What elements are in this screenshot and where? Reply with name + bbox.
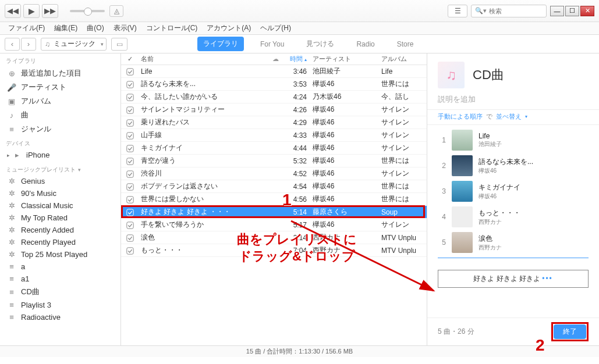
row-check-icon[interactable] [121,92,139,101]
tab-browse[interactable]: 見つける [300,37,340,51]
table-row[interactable]: Life3:46池田綾子Life [121,65,427,78]
svg-rect-2 [126,94,133,100]
table-row[interactable]: 語るなら未来を...3:53欅坂46世界には [121,78,427,91]
sidebar-item[interactable]: ✲Recently Played [0,236,120,248]
play-button[interactable]: ▶ [23,4,40,18]
table-row[interactable]: 乗り遅れたバス4:29欅坂46サイレン [121,116,427,129]
prev-button[interactable]: ◀◀ [5,4,21,18]
row-check-icon[interactable] [121,105,139,113]
drop-target[interactable]: 好きよ 好きよ 好きよ ••• [438,270,589,288]
col-time[interactable]: 時間 ▴ [283,55,313,63]
svg-rect-13 [126,234,133,241]
row-check-icon[interactable] [121,67,139,75]
col-check[interactable]: ✓ [121,55,139,63]
col-album[interactable]: アルバム [381,55,427,63]
playlist-sort[interactable]: 手動による順序 で 並べ替え ▾ [427,109,599,125]
sidebar-item[interactable]: ≡a1 [0,273,120,285]
playlist-row[interactable]: 2語るなら未来を...欅坂46 [427,153,599,179]
table-row[interactable]: ボブディランは返さない4:54欅坂46世界には [121,180,427,193]
more-icon[interactable]: ••• [542,274,553,283]
forward-button[interactable]: › [21,38,36,51]
music-icon: ♫ [45,40,50,48]
back-button[interactable]: ‹ [5,38,20,51]
sidebar-item[interactable]: ♪曲 [0,108,120,122]
tab-store[interactable]: Store [391,38,420,51]
sidebar-item[interactable]: ▣アルバム [0,94,120,108]
tab-library[interactable]: ライブラリ [197,37,244,51]
sidebar-item[interactable]: ⊕最近追加した項目 [0,66,120,80]
sidebar-item[interactable]: ≡a [0,260,120,273]
menu-item[interactable]: ヘルプ(H) [257,22,295,34]
table-row[interactable]: 好きよ 好きよ 好きよ ・・・5:14藤原さくらSoup [121,206,427,219]
row-check-icon[interactable] [121,182,139,190]
row-check-icon[interactable] [121,156,139,165]
table-row[interactable]: 渋谷川4:52欅坂46サイレン [121,167,427,180]
row-check-icon[interactable] [121,195,139,203]
sidebar-heading-playlists[interactable]: ミュージックプレイリスト▾ [0,161,120,175]
menu-item[interactable]: アカウント(A) [203,22,254,34]
row-check-icon[interactable] [121,220,139,229]
sidebar-item[interactable]: ✲Genius [0,175,120,187]
table-row[interactable]: 青空が違う5:32欅坂46世界には [121,155,427,167]
row-check-icon[interactable] [121,118,139,126]
airplay-button[interactable]: ◬ [109,5,123,17]
menu-item[interactable]: 編集(E) [51,22,81,34]
sidebar-icon: ✲ [7,189,16,198]
sidebar-item[interactable]: ✲Top 25 Most Played [0,248,120,260]
row-check-icon[interactable] [121,208,139,216]
sidebar-icon: ▸ [12,151,22,159]
sidebar-item[interactable]: ▸▸iPhone [0,149,120,161]
volume-slider[interactable] [70,10,105,12]
menu-item[interactable]: 表示(V) [110,22,140,34]
next-button[interactable]: ▶▶ [42,4,58,18]
sidebar-item[interactable]: ✲My Top Rated [0,212,120,224]
row-check-icon[interactable] [121,144,139,152]
sidebar-icon: ▣ [7,97,16,106]
sidebar-item[interactable]: ≡Playlist 3 [0,299,120,311]
done-button[interactable]: 終了 [554,324,586,339]
media-type-dropdown[interactable]: ♫ ミュージック [41,38,107,51]
table-row[interactable]: 山手線4:33欅坂46サイレン [121,129,427,142]
playlist-title[interactable]: CD曲 [473,66,504,84]
search-input[interactable]: 🔍▾ [471,5,547,17]
sidebar-item[interactable]: ✲Recently Added [0,224,120,236]
close-button[interactable]: ✕ [580,6,594,16]
tab-radio[interactable]: Radio [350,38,380,51]
table-row[interactable]: 涙色3:14西野カナMTV Unplu [121,231,427,244]
row-check-icon[interactable] [121,169,139,177]
menu-item[interactable]: 曲(O) [83,22,107,34]
svg-rect-5 [126,132,133,138]
row-check-icon[interactable] [121,80,139,88]
device-button[interactable]: ▭ [111,38,127,51]
sidebar-item[interactable]: ≡CD曲 [0,285,120,299]
sidebar-item[interactable]: ✲Classical Music [0,199,120,212]
row-check-icon[interactable] [121,233,139,241]
playlist-row[interactable]: 1Life池田綾子 [427,127,599,153]
playlist-row[interactable]: 4もっと・・・西野カナ [427,204,599,230]
sidebar-item[interactable]: ≡Radioactive [0,311,120,323]
minimize-button[interactable]: — [550,6,564,16]
row-check-icon[interactable] [121,131,139,139]
col-cloud-icon[interactable]: ☁ [267,55,283,63]
table-row[interactable]: サイレントマジョリティー4:26欅坂46サイレン [121,104,427,116]
playlist-row[interactable]: 3キミガイナイ欅坂46 [427,179,599,204]
menu-item[interactable]: コントロール(C) [143,22,201,34]
col-name[interactable]: 名前 [139,55,267,63]
table-row[interactable]: キミガイナイ4:44欅坂46サイレン [121,142,427,155]
table-row[interactable]: 今、話したい誰かがいる4:24乃木坂46今、話し [121,91,427,104]
table-row[interactable]: もっと・・・7:04西野カナMTV Unplu [121,244,427,257]
tab-foryou[interactable]: For You [254,38,290,51]
sidebar-item[interactable]: ✲90's Music [0,187,120,199]
maximize-button[interactable]: ☐ [565,6,579,16]
playlist-description-input[interactable]: 説明を追加 [427,94,599,109]
table-row[interactable]: 世界には愛しかない4:56欅坂46世界には [121,193,427,206]
list-view-button[interactable]: ☰ [448,5,467,17]
row-check-icon[interactable] [121,246,139,254]
table-row[interactable]: 手を繋いで帰ろうか5:17欅坂46サイレン [121,219,427,231]
col-artist[interactable]: アーティスト [313,55,381,63]
menu-item[interactable]: ファイル(F) [5,22,48,34]
sidebar-item[interactable]: 🎤アーティスト [0,80,120,94]
sidebar-item[interactable]: ≡ジャンル [0,122,120,136]
svg-rect-14 [126,247,133,254]
playlist-row[interactable]: 5涙色西野カナ [427,230,599,255]
